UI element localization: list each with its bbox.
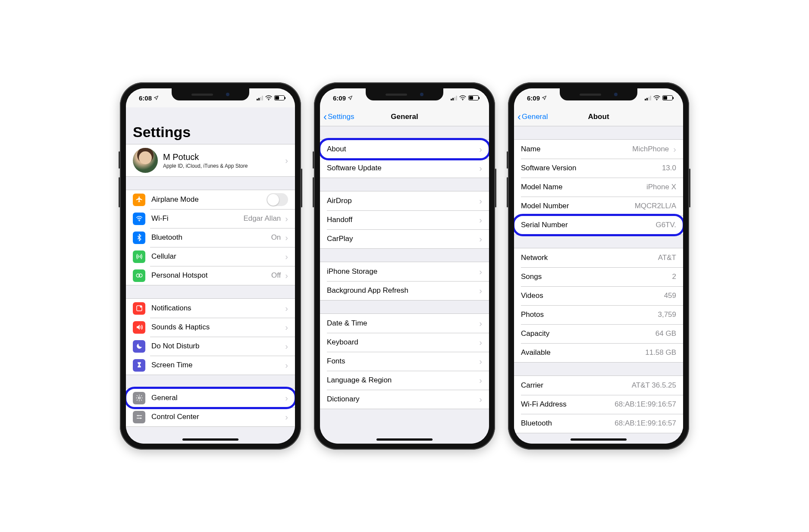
row-label: Language & Region bbox=[327, 376, 392, 385]
row-label: Wi-Fi Address bbox=[521, 400, 567, 409]
chevron-right-icon: › bbox=[285, 393, 288, 403]
row-value: 11.58 GB bbox=[645, 348, 676, 357]
row-label: Notifications bbox=[151, 304, 191, 313]
row-airdrop[interactable]: AirDrop› bbox=[320, 191, 489, 210]
row-name[interactable]: NameMichPhone› bbox=[514, 140, 683, 159]
row-songs: Songs2 bbox=[514, 267, 683, 286]
row-label: Capacity bbox=[521, 329, 549, 338]
nav-bar: ‹ Settings General bbox=[320, 107, 489, 126]
row-label: Serial Number bbox=[521, 221, 568, 229]
row-label: Model Number bbox=[521, 202, 569, 210]
row-personal-hotspot[interactable]: Personal HotspotOff› bbox=[126, 266, 295, 285]
row-software-update[interactable]: Software Update› bbox=[320, 159, 489, 178]
row-photos: Photos3,759 bbox=[514, 305, 683, 324]
row-label: Background App Refresh bbox=[327, 286, 408, 295]
row-general[interactable]: General› bbox=[126, 388, 295, 407]
row-value: iPhone X bbox=[646, 183, 676, 191]
row-label: About bbox=[327, 145, 346, 153]
profile-subtitle: Apple ID, iCloud, iTunes & App Store bbox=[163, 163, 248, 169]
notch bbox=[366, 88, 443, 100]
wifi-icon bbox=[459, 95, 466, 100]
chevron-right-icon: › bbox=[285, 304, 288, 313]
row-control-center[interactable]: Control Center› bbox=[126, 407, 295, 426]
row-do-not-disturb[interactable]: Do Not Disturb› bbox=[126, 337, 295, 356]
row-handoff[interactable]: Handoff› bbox=[320, 210, 489, 229]
toggle-switch[interactable] bbox=[267, 193, 288, 206]
row-carrier: CarrierAT&T 36.5.25 bbox=[514, 376, 683, 395]
row-label: Software Update bbox=[327, 164, 382, 172]
nav-bar: ‹ General About bbox=[514, 107, 683, 126]
row-value: Off bbox=[271, 271, 281, 280]
location-icon bbox=[542, 94, 547, 102]
home-indicator[interactable] bbox=[182, 438, 238, 441]
clock: 6:09 bbox=[527, 94, 540, 102]
battery-icon bbox=[468, 95, 479, 100]
row-cellular[interactable]: Cellular› bbox=[126, 247, 295, 266]
svg-point-2 bbox=[138, 256, 139, 257]
row-label: Bluetooth bbox=[151, 233, 182, 242]
back-label: Settings bbox=[328, 113, 354, 121]
chevron-right-icon: › bbox=[479, 234, 482, 244]
row-background-app-refresh[interactable]: Background App Refresh› bbox=[320, 281, 489, 300]
row-fonts[interactable]: Fonts› bbox=[320, 352, 489, 371]
chevron-right-icon: › bbox=[479, 163, 482, 173]
phone-general: 6:09 ‹ Settings General About›Software U… bbox=[314, 82, 495, 450]
row-label: General bbox=[151, 394, 177, 402]
chevron-right-icon: › bbox=[479, 215, 482, 225]
row-sounds-haptics[interactable]: Sounds & Haptics› bbox=[126, 318, 295, 337]
back-button[interactable]: ‹ General bbox=[514, 112, 548, 122]
row-notifications[interactable]: Notifications› bbox=[126, 299, 295, 318]
row-value: 3,759 bbox=[658, 310, 676, 319]
row-airplane-mode[interactable]: Airplane Mode bbox=[126, 190, 295, 209]
row-screen-time[interactable]: Screen Time› bbox=[126, 356, 295, 375]
row-language-region[interactable]: Language & Region› bbox=[320, 371, 489, 390]
row-value: MichPhone bbox=[632, 145, 669, 153]
row-bluetooth[interactable]: BluetoothOn› bbox=[126, 228, 295, 247]
back-button[interactable]: ‹ Settings bbox=[320, 112, 354, 122]
row-value: Edgar Allan bbox=[243, 214, 281, 223]
row-label: Photos bbox=[521, 310, 544, 319]
row-wi-fi[interactable]: Wi-FiEdgar Allan› bbox=[126, 209, 295, 228]
row-dictionary[interactable]: Dictionary› bbox=[320, 390, 489, 409]
row-label: AirDrop bbox=[327, 197, 352, 205]
chevron-right-icon: › bbox=[479, 338, 482, 347]
notch bbox=[560, 88, 637, 100]
row-value: 68:AB:1E:99:16:57 bbox=[615, 400, 676, 409]
row-label: Software Version bbox=[521, 164, 577, 172]
wifi-icon bbox=[133, 213, 145, 225]
row-iphone-storage[interactable]: iPhone Storage› bbox=[320, 262, 489, 281]
row-capacity: Capacity64 GB bbox=[514, 324, 683, 343]
chevron-right-icon: › bbox=[285, 360, 288, 370]
row-label: Fonts bbox=[327, 357, 345, 366]
row-label: Handoff bbox=[327, 216, 352, 224]
sliders-icon bbox=[133, 411, 145, 423]
row-value: 459 bbox=[664, 291, 676, 300]
row-available: Available11.58 GB bbox=[514, 343, 683, 362]
row-carplay[interactable]: CarPlay› bbox=[320, 229, 489, 248]
row-value: AT&T bbox=[658, 253, 676, 262]
row-about[interactable]: About› bbox=[320, 140, 489, 159]
chevron-right-icon: › bbox=[285, 214, 288, 224]
row-keyboard[interactable]: Keyboard› bbox=[320, 333, 489, 352]
hotspot-icon bbox=[133, 269, 145, 282]
row-label: Songs bbox=[521, 272, 542, 281]
home-indicator[interactable] bbox=[376, 438, 433, 441]
airplane-icon bbox=[133, 194, 145, 206]
cell-signal-icon bbox=[257, 96, 263, 100]
home-indicator[interactable] bbox=[571, 438, 627, 441]
row-label: Carrier bbox=[521, 381, 543, 390]
profile-row[interactable]: M Potuck Apple ID, iCloud, iTunes & App … bbox=[126, 144, 295, 176]
row-bluetooth: Bluetooth68:AB:1E:99:16:57 bbox=[514, 414, 683, 433]
row-label: Model Name bbox=[521, 183, 562, 191]
chevron-right-icon: › bbox=[479, 394, 482, 404]
chevron-right-icon: › bbox=[479, 357, 482, 366]
clock: 6:09 bbox=[333, 94, 346, 102]
avatar bbox=[133, 148, 158, 173]
svg-point-1 bbox=[138, 220, 139, 221]
row-label: Date & Time bbox=[327, 319, 367, 328]
chevron-right-icon: › bbox=[285, 156, 288, 166]
phone-about: 6:09 ‹ General About NameMichPhone›Softw… bbox=[508, 82, 689, 450]
row-date-time[interactable]: Date & Time› bbox=[320, 314, 489, 333]
sound-icon bbox=[133, 321, 145, 334]
row-value: G6TV. bbox=[655, 221, 676, 229]
